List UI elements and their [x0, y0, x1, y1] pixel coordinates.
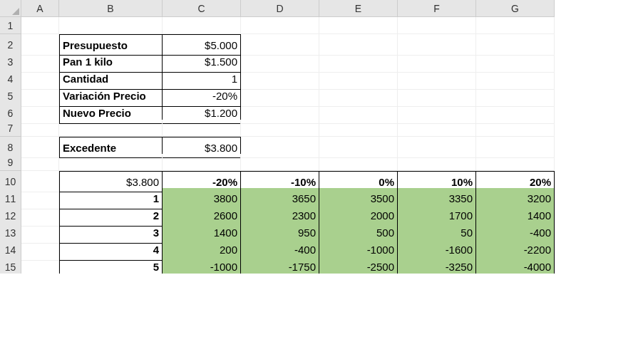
cell-B15[interactable]: 5 — [59, 256, 163, 274]
select-all-corner[interactable] — [0, 0, 21, 17]
cell-A9[interactable] — [21, 154, 59, 171]
cell-D7[interactable] — [241, 120, 319, 137]
cell-F9[interactable] — [398, 154, 476, 171]
col-header-D[interactable]: D — [241, 0, 319, 17]
cell-D1[interactable] — [241, 17, 319, 34]
cell-G7[interactable] — [476, 120, 555, 137]
cell-C9[interactable] — [163, 154, 241, 171]
col-header-C[interactable]: C — [163, 0, 241, 17]
cell-D9[interactable] — [241, 154, 319, 171]
cell-E15[interactable]: -2500 — [319, 256, 398, 274]
cell-A1[interactable] — [21, 17, 59, 34]
row-header-9[interactable]: 9 — [0, 154, 21, 171]
cell-D15[interactable]: -1750 — [241, 256, 319, 274]
cell-C1[interactable] — [163, 17, 241, 34]
row-header-15[interactable]: 15 — [0, 256, 21, 274]
cell-B1[interactable] — [59, 17, 163, 34]
col-header-G[interactable]: G — [476, 0, 555, 17]
cell-B7[interactable] — [59, 120, 163, 137]
cell-G9[interactable] — [476, 154, 555, 171]
cell-B9[interactable] — [59, 154, 163, 171]
col-header-A[interactable]: A — [21, 0, 59, 17]
cell-F15[interactable]: -3250 — [398, 256, 476, 274]
cell-F1[interactable] — [398, 17, 476, 34]
cell-A15[interactable] — [21, 256, 59, 274]
cell-E7[interactable] — [319, 120, 398, 137]
row-header-1[interactable]: 1 — [0, 17, 21, 34]
spreadsheet-grid[interactable]: A B C D E F G 1 2 Presupuesto $5.000 3 P… — [0, 0, 643, 274]
col-header-E[interactable]: E — [319, 0, 398, 17]
cell-E1[interactable] — [319, 17, 398, 34]
row-header-7[interactable]: 7 — [0, 120, 21, 137]
col-header-B[interactable]: B — [59, 0, 163, 17]
cell-E9[interactable] — [319, 154, 398, 171]
cell-G1[interactable] — [476, 17, 555, 34]
cell-A7[interactable] — [21, 120, 59, 137]
cell-C15[interactable]: -1000 — [163, 256, 241, 274]
cell-C7[interactable] — [163, 120, 241, 137]
cell-F7[interactable] — [398, 120, 476, 137]
cell-G15[interactable]: -4000 — [476, 256, 555, 274]
col-header-F[interactable]: F — [398, 0, 476, 17]
